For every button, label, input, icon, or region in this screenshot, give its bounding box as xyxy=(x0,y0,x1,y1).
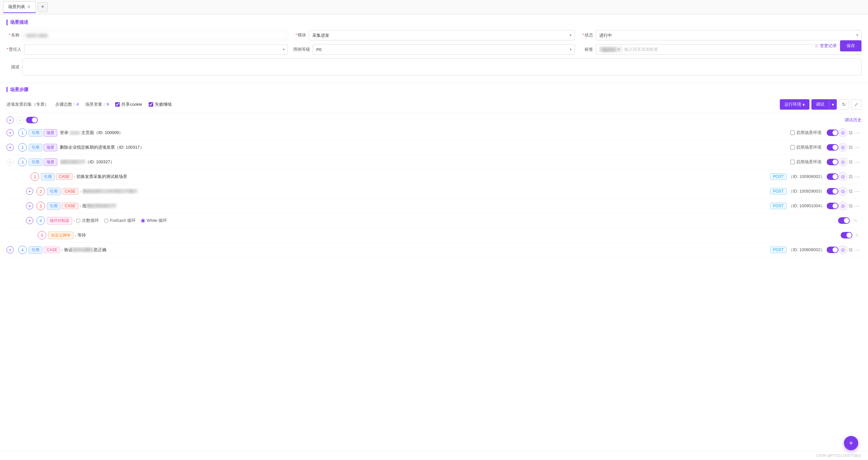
copy-icon[interactable]: ⧉ xyxy=(847,173,854,181)
badge-ref: 引用 xyxy=(29,129,42,136)
refresh-button[interactable]: ↻ xyxy=(839,99,849,110)
loop-count-radio[interactable] xyxy=(76,219,80,223)
step-play-icon[interactable]: ⊙ xyxy=(838,187,847,196)
more-icon[interactable]: ⋯ xyxy=(854,158,862,166)
step-add-button[interactable]: + xyxy=(26,188,33,195)
step-toggle[interactable] xyxy=(827,188,838,194)
step-toggle[interactable] xyxy=(827,144,838,151)
copy-icon[interactable]: ⧉ xyxy=(847,143,854,152)
tab-close-icon[interactable]: ✕ xyxy=(27,4,31,9)
loop-foreach-radio[interactable] xyxy=(104,219,108,223)
badge-case: CASE xyxy=(62,188,79,194)
loop-foreach-option[interactable]: ForEach 循环 xyxy=(104,218,136,223)
fail-continue-checkbox[interactable]: 失败继续 xyxy=(149,101,172,108)
tab-add-button[interactable]: + xyxy=(38,2,48,12)
step-toggle[interactable] xyxy=(827,247,838,253)
debug-history-link[interactable]: 调试历史 xyxy=(844,117,862,123)
more-icon[interactable]: ⋯ xyxy=(854,173,862,181)
copy-icon[interactable]: ⧉ xyxy=(847,202,854,210)
table-row: + 3 引用 CASE › 批量处理名称文字 POST （ID: 1009010… xyxy=(6,199,862,213)
more-icon[interactable]: ⋯ xyxy=(854,246,862,254)
step-toggle[interactable] xyxy=(841,232,852,239)
share-cookie-checkbox[interactable]: 共享cookie xyxy=(115,101,142,108)
desc-input[interactable] xyxy=(22,59,862,75)
debug-dropdown-button[interactable]: ▾ xyxy=(829,99,837,110)
step-toggle[interactable] xyxy=(838,217,850,224)
badge-ref: 引用 xyxy=(29,246,42,254)
enable-env-checkbox[interactable] xyxy=(790,130,795,135)
enable-env-checkbox[interactable] xyxy=(790,160,795,164)
steps-toolbar: 进项发票归集（专票） 步骤总数：4 场景变量：9 共享cookie 失败继续 xyxy=(6,95,862,113)
loop-options: 次数循环 ForEach 循环 While 循环 xyxy=(76,218,167,223)
more-icon[interactable]: ⋯ xyxy=(854,202,862,211)
step-add-button[interactable]: + xyxy=(6,129,14,136)
enable-env-checkbox[interactable] xyxy=(790,145,795,150)
bookmark-button[interactable]: ☆ 变更记录 xyxy=(815,43,837,49)
tab-scene-list[interactable]: 场景列表 ✕ xyxy=(3,1,36,13)
step-play-icon[interactable]: ⊙ xyxy=(838,143,847,152)
step-toggle[interactable] xyxy=(827,203,838,209)
step-add-button[interactable]: + xyxy=(6,144,14,151)
copy-icon[interactable]: ⧉ xyxy=(847,246,854,254)
step-play-icon[interactable]: ⊙ xyxy=(838,202,847,211)
loop-while-radio[interactable] xyxy=(141,219,145,223)
variables: 场景变量：9 xyxy=(85,101,108,108)
tab-bar: 场景列表 ✕ + xyxy=(0,0,868,14)
name-input[interactable] xyxy=(22,30,288,40)
status-select[interactable]: 进行中 xyxy=(596,30,862,40)
more-icon[interactable]: ⋯ xyxy=(854,143,862,152)
more-icon[interactable]: ⋯ xyxy=(854,187,862,196)
desc-label: 描述 xyxy=(6,64,20,70)
debug-button[interactable]: 调试 xyxy=(811,99,829,110)
tag-close-icon[interactable]: ✕ xyxy=(617,47,620,52)
share-cookie-input[interactable] xyxy=(115,102,120,107)
step-number: 3 xyxy=(36,202,45,210)
step-description: 批量处理名称文字 xyxy=(82,203,770,209)
footer-text: CSDN @FIT2CLOUD飞致云 xyxy=(816,454,862,457)
badge-ref: 引用 xyxy=(47,188,61,195)
step-play-icon[interactable]: ⊙ xyxy=(838,172,847,181)
enable-scene-env: 启用场景环境 xyxy=(790,145,822,150)
global-minus-button[interactable]: − xyxy=(16,117,24,124)
copy-icon[interactable]: ⧉ xyxy=(847,128,854,137)
refresh-icon[interactable]: ↻ xyxy=(850,216,862,225)
step-id: （ID: 100908002） xyxy=(787,174,827,180)
arrow-icon: › xyxy=(61,248,63,252)
table-row: + 4 循环控制器 › 次数循环 ForEach 循环 xyxy=(6,213,862,228)
fail-continue-input[interactable] xyxy=(149,102,153,107)
priority-select[interactable]: P0 xyxy=(313,44,575,55)
step-toggle[interactable] xyxy=(827,159,838,165)
table-row: + 4 引用 CASE › 验证账单金额信息正确 POST （ID: 10080… xyxy=(6,243,862,257)
step-collapse-button[interactable]: − xyxy=(6,158,14,165)
more-icon[interactable]: ⋯ xyxy=(854,128,862,137)
header-actions: ☆ 变更记录 保存 xyxy=(815,40,862,52)
step-toggle[interactable] xyxy=(827,174,838,180)
badge-post: POST xyxy=(770,174,787,180)
step-id: （ID: 100901004） xyxy=(787,203,827,209)
module-select[interactable]: 采集进发 xyxy=(309,30,575,40)
expand-button[interactable]: ⤢ xyxy=(851,99,862,110)
copy-icon[interactable]: ⧉ xyxy=(847,187,854,195)
step-play-icon[interactable]: ⊙ xyxy=(838,128,847,137)
step-toggle[interactable] xyxy=(827,129,838,136)
step-add-button[interactable]: + xyxy=(26,202,33,210)
step-play-icon[interactable]: ⊙ xyxy=(838,157,847,166)
badge-loop: 循环控制器 xyxy=(47,217,72,224)
step-add-button[interactable]: + xyxy=(26,217,33,224)
owner-select[interactable] xyxy=(24,44,288,55)
step-play-icon[interactable]: ⊙ xyxy=(838,245,847,254)
fab-add-button[interactable]: + xyxy=(844,436,858,450)
arrow-icon: › xyxy=(80,189,81,194)
save-button[interactable]: 保存 xyxy=(840,40,862,52)
name-label: *名称 xyxy=(6,32,20,38)
copy-icon[interactable]: ⧉ xyxy=(847,158,854,166)
global-add-button[interactable]: + xyxy=(6,117,14,124)
star-icon: ☆ xyxy=(815,43,818,49)
form-area: 场景描述 *名称 *模块 采集进发 *状态 xyxy=(0,14,868,83)
env-button[interactable]: 运行环境 ▾ xyxy=(780,99,809,110)
step-add-button[interactable]: + xyxy=(6,246,14,253)
global-toggle[interactable] xyxy=(26,117,38,123)
refresh-icon[interactable]: ↻ xyxy=(852,231,862,240)
loop-count-option[interactable]: 次数循环 xyxy=(76,218,99,223)
loop-while-option[interactable]: While 循环 xyxy=(141,218,167,223)
